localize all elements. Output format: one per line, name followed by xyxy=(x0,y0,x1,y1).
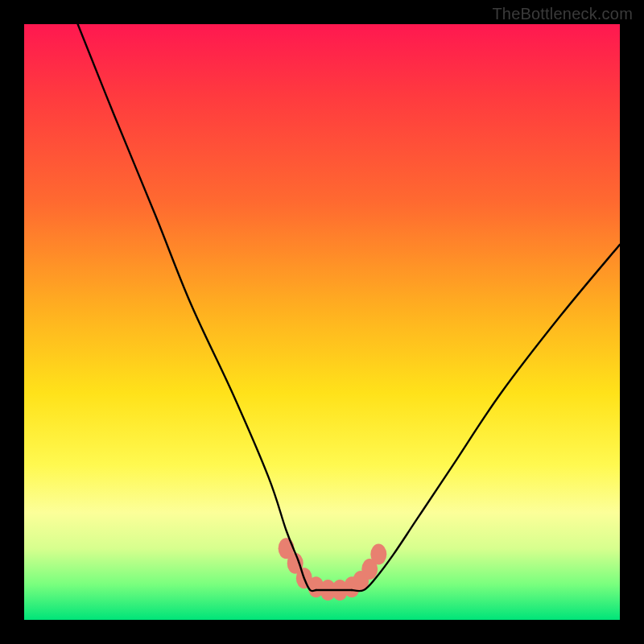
marker-blob xyxy=(353,571,369,592)
curve-layer xyxy=(24,24,620,620)
curve-left xyxy=(78,24,316,591)
marker-blob xyxy=(320,580,336,601)
attribution-text: TheBottleneck.com xyxy=(492,5,633,23)
marker-blob xyxy=(296,568,312,588)
marker-blob xyxy=(361,559,378,580)
marker-blob xyxy=(370,544,386,565)
curve-right xyxy=(352,245,620,591)
marker-blob xyxy=(344,576,360,597)
marker-blob xyxy=(279,538,295,559)
marker-blob xyxy=(332,580,348,601)
plot-area xyxy=(24,24,620,620)
chart-frame: TheBottleneck.com xyxy=(0,0,644,644)
marker-blob xyxy=(308,576,324,597)
marker-group xyxy=(279,538,387,601)
marker-blob xyxy=(287,553,303,574)
